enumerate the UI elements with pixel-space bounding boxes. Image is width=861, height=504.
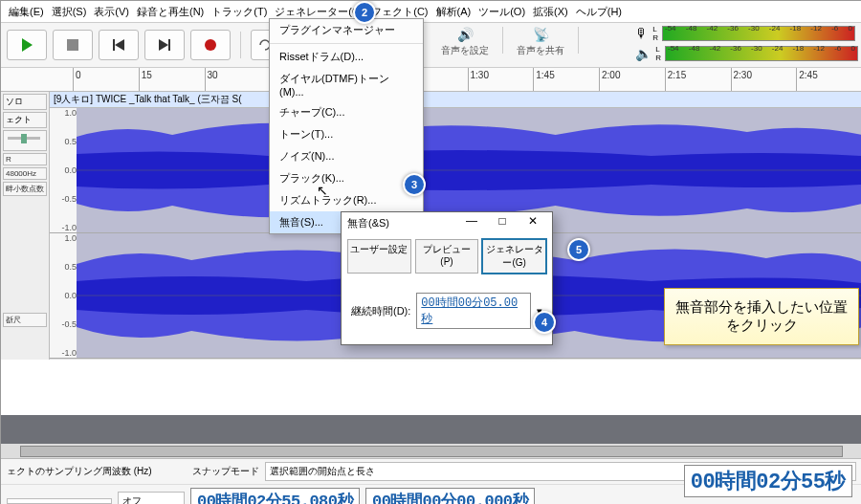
duration-label: 継続時間(D): <box>351 304 410 318</box>
track-control-panel[interactable]: ソロ ェクト R 48000Hz 畔小数点数 斱尺 <box>1 92 50 360</box>
menu-tools[interactable]: ツール(O) <box>475 4 529 20</box>
play-button[interactable] <box>7 30 47 60</box>
effects-button[interactable]: ェクト <box>3 112 47 128</box>
svg-marker-0 <box>22 38 33 52</box>
svg-marker-3 <box>115 39 124 51</box>
playback-meter[interactable]: -54-48-42-36-30-24-18-12-60 <box>665 46 858 61</box>
audio-setup-button[interactable]: 🔊 音声を設定 <box>441 27 489 57</box>
menu-view[interactable]: 表示(V) <box>90 4 133 20</box>
h-scrollbar[interactable] <box>1 444 861 459</box>
annotation-bubble-4: 4 <box>533 311 556 334</box>
svg-point-6 <box>205 39 216 51</box>
stop-button[interactable] <box>53 30 93 60</box>
menu-effect[interactable]: フェクト(C) <box>367 4 431 20</box>
ruler-tick: 15 <box>142 70 152 80</box>
svg-rect-8 <box>21 134 27 143</box>
meter-ch-r: R <box>652 33 658 42</box>
annotation-tooltip: 無音部分を挿入したい位置をクリック <box>664 288 859 345</box>
clip-title[interactable]: [9人キロ] TWICE _Talk that Talk_ (三자끔 S( <box>50 92 861 108</box>
solo-button[interactable]: ソロ <box>3 94 47 110</box>
timeline-ruler[interactable]: 0 15 30 45 1:00 1:15 1:30 1:45 2:00 2:15… <box>1 68 861 92</box>
generate-button[interactable]: ジェネレーター(G) <box>482 239 546 274</box>
dialog-title-label: 無音(&S) <box>347 216 389 230</box>
speaker-icon: 🔈 <box>635 46 651 61</box>
annotation-bubble-5: 5 <box>567 238 590 261</box>
record-meter[interactable]: -54-48-42-36-30-24-18-12-60 <box>662 26 855 41</box>
audio-share-label: 音声を共有 <box>517 44 564 57</box>
svg-rect-2 <box>113 39 115 51</box>
menu-item-chirp[interactable]: チャープ(C)... <box>270 101 423 123</box>
audio-position-time[interactable]: 00時間02分55秒 <box>684 465 852 497</box>
ruler-tick: 30 <box>208 70 218 80</box>
channel-label: R <box>3 153 47 165</box>
menu-item-noise[interactable]: ノイズ(N)... <box>270 145 423 167</box>
menu-item-rhythm[interactable]: リズムトラック(R)... <box>270 189 423 211</box>
meter-ch-l2: L <box>655 45 661 54</box>
svg-rect-1 <box>67 39 78 51</box>
snap-label: スナップモード <box>192 465 259 478</box>
duration-input[interactable]: 00時間00分05.00秒 <box>416 293 531 329</box>
audio-setup-label: 音声を設定 <box>441 44 489 57</box>
transport-toolbar: 🔊 音声を設定 📡 音声を共有 🎙 LR -54-48-42-36-30-24-… <box>1 22 861 68</box>
menu-analyze[interactable]: 解析(A) <box>432 4 475 20</box>
menu-item-pluck[interactable]: プラック(K)... <box>270 167 423 189</box>
select-btn[interactable]: 斱尺 <box>3 313 47 327</box>
snap-select[interactable]: オフ <box>118 492 185 505</box>
menu-item-risset[interactable]: Rissetドラム(D)... <box>270 46 423 68</box>
toolbar-divider <box>240 32 241 58</box>
ruler-tick: 2:45 <box>799 70 817 80</box>
h-scrollbar-thumb[interactable] <box>20 446 843 457</box>
pan-slider[interactable] <box>3 130 47 151</box>
preview-button[interactable]: プレビュー(P) <box>415 239 479 274</box>
menu-transport[interactable]: 録音と再生(N) <box>133 4 208 20</box>
project-rate-select[interactable] <box>7 498 112 504</box>
menu-tracks[interactable]: トラック(T) <box>208 4 271 20</box>
ruler-tick: 1:30 <box>471 70 489 80</box>
preset-button[interactable]: ユーザー設定 <box>347 239 411 274</box>
project-rate-label: ェクトのサンプリング周波数 (Hz) <box>7 465 152 478</box>
menu-ext[interactable]: 拡張(X) <box>529 4 572 20</box>
mic-icon: 🎙 <box>635 26 649 41</box>
close-button[interactable]: ✕ <box>519 214 546 231</box>
skip-end-button[interactable] <box>144 30 185 60</box>
menu-item-dtmf[interactable]: ダイヤル(DTMF)トーン(M)... <box>270 68 423 101</box>
ruler-tick: 2:30 <box>734 70 752 80</box>
menu-item-tone[interactable]: トーン(T)... <box>270 123 423 145</box>
maximize-button[interactable]: □ <box>489 214 516 231</box>
ruler-tick: 0 <box>76 70 81 80</box>
meter-ch-r2: R <box>655 54 661 62</box>
toolbar-divider <box>578 27 579 54</box>
silence-dialog[interactable]: 無音(&S) — □ ✕ ユーザー設定 プレビュー(P) ジェネレーター(G) … <box>341 211 553 345</box>
annotation-bubble-3: 3 <box>403 173 426 196</box>
rate-label: 48000Hz <box>3 167 47 180</box>
selection-length-time[interactable]: 00時間00分00.000秒 <box>365 488 535 504</box>
menu-select[interactable]: 選択(S) <box>48 4 91 20</box>
dialog-titlebar[interactable]: 無音(&S) — □ ✕ <box>342 212 552 233</box>
toolbar-divider <box>502 27 503 54</box>
svg-rect-5 <box>168 39 170 51</box>
selection-toolbar: ェクトのサンプリング周波数 (Hz) スナップモード 選択範囲の開始点と長さ オ… <box>1 458 861 504</box>
ruler-tick: 1:45 <box>536 70 554 80</box>
menu-divider <box>270 43 423 44</box>
selection-start-time[interactable]: 00時間02分55.080秒 <box>190 488 360 504</box>
menu-edit[interactable]: 編集(E) <box>5 4 48 20</box>
audio-share-button[interactable]: 📡 音声を共有 <box>517 27 564 57</box>
generate-menu-dropdown[interactable]: プラグインマネージャー Rissetドラム(D)... ダイヤル(DTMF)トー… <box>269 18 424 234</box>
meter-ch-l: L <box>652 25 658 33</box>
menu-item-plugin-mgr[interactable]: プラグインマネージャー <box>270 19 423 41</box>
skip-start-button[interactable] <box>99 30 139 60</box>
ruler-tick: 2:00 <box>602 70 620 80</box>
menubar[interactable]: 編集(E) 選択(S) 表示(V) 録音と再生(N) トラック(T) ジェネレー… <box>1 1 861 22</box>
menu-help[interactable]: ヘルプ(H) <box>572 4 626 20</box>
ruler-tick: 2:15 <box>668 70 686 80</box>
cursor-icon: ↖ <box>317 183 328 198</box>
svg-marker-4 <box>159 39 168 51</box>
format-label: 畔小数点数 <box>3 182 47 196</box>
record-button[interactable] <box>190 30 231 60</box>
annotation-bubble-2: 2 <box>353 1 376 24</box>
minimize-button[interactable]: — <box>458 214 485 231</box>
workspace-footer <box>1 415 861 444</box>
